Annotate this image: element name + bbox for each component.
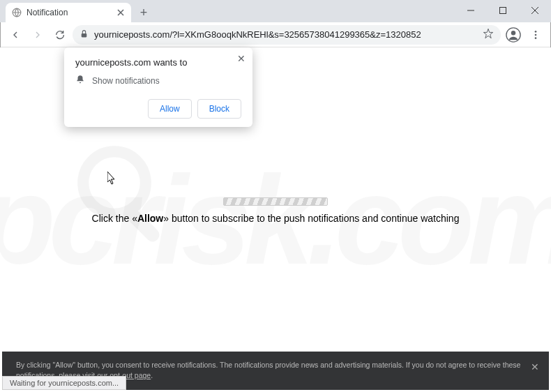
address-bar[interactable]: yourniceposts.com/?l=XKmG8ooqkNkREHl&s=3… (73, 25, 501, 45)
status-bar: Waiting for yourniceposts.com... (2, 376, 126, 390)
svg-point-7 (535, 37, 537, 39)
block-button[interactable]: Block (197, 99, 241, 119)
svg-rect-1 (500, 8, 506, 14)
back-button[interactable] (6, 25, 25, 45)
notification-permission-dialog: ✕ yourniceposts.com wants to Show notifi… (64, 47, 252, 127)
close-window-button[interactable] (519, 0, 551, 21)
profile-button[interactable] (504, 25, 523, 45)
browser-tab[interactable]: Notification (6, 3, 131, 22)
instruction-text: Click the «Allow» button to subscribe to… (0, 213, 551, 224)
svg-rect-2 (82, 33, 87, 36)
allow-button[interactable]: Allow (148, 99, 192, 119)
globe-icon (11, 7, 22, 18)
dialog-close-icon[interactable]: ✕ (237, 53, 246, 64)
svg-point-4 (511, 31, 515, 35)
bell-icon (75, 75, 85, 86)
new-tab-button[interactable]: + (134, 3, 153, 22)
minimize-button[interactable] (455, 0, 487, 21)
maximize-button[interactable] (487, 0, 519, 21)
svg-point-6 (535, 33, 537, 36)
loading-progress-bar (223, 197, 328, 206)
reload-button[interactable] (50, 25, 70, 45)
bookmark-star-icon[interactable] (483, 28, 494, 41)
lock-icon (80, 29, 89, 40)
menu-button[interactable] (526, 25, 545, 45)
consent-close-icon[interactable]: ✕ (531, 360, 539, 375)
browser-toolbar: yourniceposts.com/?l=XKmG8ooqkNkREHl&s=3… (0, 22, 551, 47)
window-titlebar: Notification + (0, 0, 551, 22)
watermark-magnifier-icon (70, 138, 181, 250)
dialog-title: yourniceposts.com wants to (75, 57, 241, 68)
forward-button[interactable] (28, 25, 47, 45)
tab-title: Notification (27, 8, 112, 17)
tab-close-icon[interactable] (116, 8, 126, 17)
url-text: yourniceposts.com/?l=XKmG8ooqkNkREHl&s=3… (94, 29, 421, 40)
permission-label: Show notifications (92, 76, 160, 86)
svg-point-5 (535, 31, 537, 33)
